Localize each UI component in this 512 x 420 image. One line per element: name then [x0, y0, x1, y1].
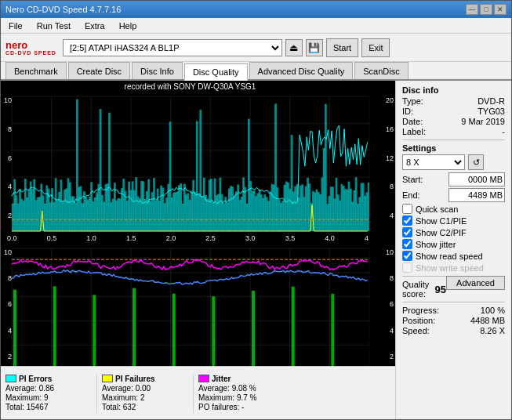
- advanced-button[interactable]: Advanced: [446, 276, 505, 290]
- pi-errors-total: Total: 15467: [5, 403, 92, 411]
- chart-header: recorded with SONY DW-Q30A YSG1: [1, 82, 379, 91]
- pi-failures-total-label: Total:: [102, 403, 121, 411]
- divider-disc-settings: [402, 139, 505, 140]
- pi-errors-max-label: Maximum:: [5, 393, 42, 402]
- stats-footer: PI Errors Average: 0.86 Maximum: 9 Total…: [1, 366, 395, 419]
- exit-button[interactable]: Exit: [361, 38, 390, 57]
- tab-create-disc[interactable]: Create Disc: [68, 62, 130, 79]
- title-bar-buttons: — □ ✕: [466, 4, 507, 15]
- quick-scan-row: Quick scan: [402, 204, 505, 214]
- bottom-chart-canvas: [1, 247, 369, 366]
- start-button[interactable]: Start: [326, 38, 358, 57]
- start-mb-row: Start:: [402, 172, 505, 186]
- position-label: Position:: [402, 316, 435, 325]
- po-failures-value: -: [241, 403, 244, 411]
- pi-failures-avg: Average: 0.00: [102, 384, 188, 393]
- show-write-speed-label: Show write speed: [416, 263, 484, 273]
- pi-errors-avg-value: 0.86: [39, 384, 54, 393]
- divider-2: [193, 374, 194, 413]
- progress-row: Progress: 100 %: [402, 306, 505, 315]
- menu-file[interactable]: File: [5, 20, 26, 31]
- top-chart-right-axis: 20 16 12 8 4: [378, 95, 395, 242]
- position-value: 4488 MB: [470, 316, 505, 325]
- pi-failures-label: PI Failures: [115, 375, 155, 383]
- menu-extra[interactable]: Extra: [82, 20, 108, 31]
- pi-failures-max: Maximum: 2: [102, 393, 188, 402]
- nero-brand-text: nero: [5, 40, 56, 50]
- maximize-button[interactable]: □: [480, 4, 492, 15]
- speed-value: 8.26 X: [480, 326, 505, 335]
- quick-scan-label: Quick scan: [416, 205, 458, 214]
- speed-select[interactable]: 8 X 4 X 2 X Max: [402, 154, 465, 170]
- divider-1: [96, 374, 97, 413]
- show-c1-label: Show C1/PIE: [416, 216, 467, 226]
- toolbar: nero CD-DVD SPEED [2:5] ATAPI iHAS324 A …: [1, 34, 511, 62]
- quality-score-value: 95: [435, 284, 446, 295]
- minimize-button[interactable]: —: [466, 4, 478, 15]
- tab-disc-quality[interactable]: Disc Quality: [184, 63, 248, 81]
- pi-failures-max-label: Maximum:: [102, 393, 138, 402]
- pi-errors-total-label: Total:: [5, 403, 24, 411]
- pi-errors-avg-label: Average:: [5, 384, 37, 393]
- disc-label-row: Label: -: [402, 127, 505, 136]
- start-mb-input[interactable]: [448, 172, 505, 186]
- top-chart-canvas: [1, 95, 369, 242]
- divider-progress: [402, 302, 505, 302]
- show-jitter-row: Show jitter: [402, 239, 505, 249]
- jitter-stat: Jitter Average: 9.08 % Maximum: 9.7 % PO…: [198, 375, 285, 412]
- title-bar-left: Nero CD-DVD Speed 4.7.7.16: [5, 5, 121, 14]
- charts-container: recorded with SONY DW-Q30A YSG1 20 16 12…: [1, 81, 395, 366]
- main-area: recorded with SONY DW-Q30A YSG1 20 16 12…: [1, 81, 511, 419]
- settings-title: Settings: [402, 143, 505, 153]
- speed-value-row: Speed: 8.26 X: [402, 326, 505, 335]
- show-c2-label: Show C2/PIF: [416, 228, 467, 237]
- jitter-max: Maximum: 9.7 %: [198, 393, 285, 402]
- pi-failures-avg-label: Average:: [102, 384, 133, 393]
- disc-id-row: ID: TYG03: [402, 107, 505, 116]
- show-read-speed-checkbox[interactable]: [402, 251, 412, 261]
- left-panel: recorded with SONY DW-Q30A YSG1 20 16 12…: [1, 81, 395, 419]
- pi-errors-max: Maximum: 9: [5, 393, 92, 402]
- title-bar: Nero CD-DVD Speed 4.7.7.16 — □ ✕: [1, 1, 511, 18]
- disc-id-label: ID:: [402, 107, 413, 116]
- po-failures-label: PO failures:: [198, 403, 239, 411]
- disc-type-label: Type:: [402, 96, 423, 106]
- show-jitter-checkbox[interactable]: [402, 239, 412, 249]
- pi-errors-total-value: 15467: [27, 403, 49, 411]
- pi-failures-avg-value: 0.00: [136, 384, 151, 393]
- save-icon[interactable]: 💾: [306, 39, 323, 56]
- show-c2-checkbox[interactable]: [402, 227, 412, 237]
- close-button[interactable]: ✕: [494, 4, 507, 15]
- progress-value: 100 %: [481, 306, 505, 315]
- jitter-swatch: [198, 375, 209, 382]
- show-c1-checkbox[interactable]: [402, 215, 412, 226]
- top-chart-left-axis: 10 8 6 4 2: [1, 95, 12, 242]
- end-mb-input[interactable]: [448, 188, 505, 202]
- tab-scandisc[interactable]: ScanDisc: [354, 62, 408, 79]
- tab-advanced-disc-quality[interactable]: Advanced Disc Quality: [249, 62, 354, 79]
- eject-icon[interactable]: ⏏: [285, 39, 303, 56]
- pi-failures-total-value: 632: [123, 403, 136, 411]
- pi-failures-swatch: [102, 375, 113, 382]
- jitter-avg: Average: 9.08 %: [198, 384, 285, 393]
- show-c2-row: Show C2/PIF: [402, 227, 505, 237]
- tab-disc-info[interactable]: Disc Info: [132, 62, 183, 79]
- tab-benchmark[interactable]: Benchmark: [5, 62, 67, 79]
- speed-row: 8 X 4 X 2 X Max ↺: [402, 154, 505, 170]
- position-row: Position: 4488 MB: [402, 316, 505, 325]
- quick-scan-checkbox[interactable]: [402, 204, 412, 214]
- pi-failures-stat: PI Failures Average: 0.00 Maximum: 2 Tot…: [102, 375, 188, 412]
- jitter-max-value: 9.7 %: [237, 393, 257, 402]
- start-mb-label: Start:: [402, 175, 423, 184]
- jitter-label: Jitter: [212, 375, 231, 383]
- progress-label: Progress:: [402, 306, 439, 315]
- refresh-icon[interactable]: ↺: [468, 154, 484, 170]
- menu-help[interactable]: Help: [116, 20, 140, 31]
- pi-failures-max-value: 2: [140, 393, 145, 402]
- pi-errors-max-value: 9: [44, 393, 49, 402]
- speed-value-label: Speed:: [402, 326, 430, 335]
- menu-run-test[interactable]: Run Test: [34, 20, 74, 31]
- disc-date-row: Date: 9 Mar 2019: [402, 117, 505, 126]
- drive-select[interactable]: [2:5] ATAPI iHAS324 A BL1P: [63, 39, 282, 56]
- sidebar: Disc info Type: DVD-R ID: TYG03 Date: 9 …: [395, 81, 511, 419]
